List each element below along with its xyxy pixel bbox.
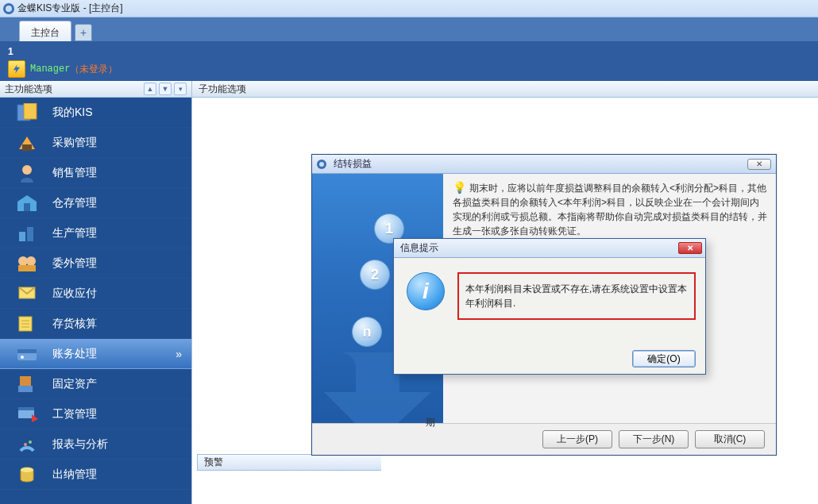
svg-point-24: [21, 467, 33, 472]
svg-point-3: [22, 165, 32, 175]
wizard-close-button[interactable]: ✕: [747, 159, 771, 170]
svg-rect-1: [24, 103, 37, 119]
prev-step-button[interactable]: 上一步(P): [542, 430, 612, 448]
menu-icon: [14, 313, 40, 335]
menu-icon: [14, 102, 40, 124]
svg-point-17: [21, 356, 24, 359]
warn-label: 预警: [204, 456, 223, 469]
menu-icon: [14, 343, 40, 365]
menu-label: 委外管理: [52, 256, 97, 271]
menu-label: 采购管理: [52, 136, 97, 150]
message-text: 本年利润科目未设置或不存在,请在系统设置中设置本年利润科目.: [457, 272, 696, 320]
menu-label: 仓存管理: [52, 196, 97, 210]
menu-icon: [14, 132, 40, 154]
menu-label: 报表与分析: [52, 437, 108, 452]
menu-label: 应收应付: [52, 287, 97, 301]
panel-up-icon[interactable]: ▲: [144, 83, 156, 95]
tab-strip: 主控台 +: [0, 17, 818, 41]
menu-label: 出纳管理: [52, 467, 97, 482]
sidebar-item-4[interactable]: 生产管理: [0, 218, 191, 248]
warn-panel-header: 预警: [197, 454, 381, 471]
cancel-button[interactable]: 取消(C): [695, 430, 765, 448]
side-panel-header: 主功能选项 ▲ ▼ ▾: [0, 81, 191, 98]
message-title: 信息提示: [400, 241, 438, 255]
menu-icon: [14, 373, 40, 395]
sidebar-item-2[interactable]: 销售管理: [0, 158, 191, 188]
wizard-hint-text: 💡期末时，应将以前年度损益调整科目的余额转入<利润分配>科目，其他各损益类科目的…: [453, 180, 768, 238]
wizard-titlebar[interactable]: 结转损益 ✕: [312, 155, 776, 174]
menu-icon: [14, 464, 40, 486]
menu-label: 销售管理: [52, 166, 97, 180]
menu-label: 存货核算: [52, 317, 97, 331]
svg-rect-9: [18, 265, 36, 271]
app-title: 金蝶KIS专业版 - [主控台]: [17, 2, 123, 15]
side-header-label: 主功能选项: [5, 83, 52, 96]
session-index: 1: [8, 46, 810, 57]
menu-icon: [14, 192, 40, 214]
ok-button[interactable]: 确定(O): [632, 350, 696, 367]
wizard-gear-icon: [317, 160, 326, 169]
sidebar-item-1[interactable]: 采购管理: [0, 128, 191, 158]
message-close-button[interactable]: ✕: [678, 242, 702, 254]
panel-collapse-icon[interactable]: ▾: [174, 83, 187, 95]
sidebar-item-8[interactable]: 账务处理»: [0, 339, 191, 369]
sidebar-item-11[interactable]: 报表与分析: [0, 429, 191, 460]
sidebar-item-5[interactable]: 委外管理: [0, 248, 191, 279]
sidebar-item-0[interactable]: 我的KIS: [0, 98, 191, 128]
user-bar: 1 Manager （未登录）: [0, 41, 818, 81]
subpanel-label: 子功能选项: [199, 83, 246, 96]
sidebar-item-12[interactable]: 出纳管理: [0, 460, 191, 490]
app-titlebar: 金蝶KIS专业版 - [主控台]: [0, 0, 818, 17]
subpanel-header: 子功能选项: [192, 81, 818, 98]
app-gear-icon: [3, 3, 14, 14]
wizard-title: 结转损益: [334, 157, 372, 171]
svg-rect-5: [19, 232, 25, 241]
bulb-icon: 💡: [453, 181, 466, 194]
menu-icon: [14, 222, 40, 244]
message-titlebar[interactable]: 信息提示 ✕: [394, 239, 705, 258]
tab-main-console[interactable]: 主控台: [19, 21, 71, 41]
menu-icon: [14, 433, 40, 456]
svg-rect-2: [22, 144, 32, 151]
user-status: （未登录）: [70, 63, 118, 76]
svg-point-23: [29, 441, 32, 444]
svg-point-22: [24, 443, 27, 446]
panel-down-icon[interactable]: ▼: [159, 83, 172, 95]
sidebar-item-7[interactable]: 存货核算: [0, 309, 191, 339]
tab-label: 主控台: [31, 26, 60, 40]
sidebar-item-6[interactable]: 应收应付: [0, 279, 191, 309]
period-label: 期: [426, 416, 435, 429]
menu-label: 生产管理: [52, 226, 97, 240]
sidebar-item-9[interactable]: 固定资产: [0, 369, 191, 399]
svg-rect-6: [27, 227, 33, 241]
side-menu: 我的KIS采购管理销售管理仓存管理生产管理委外管理应收应付存货核算账务处理»固定…: [0, 98, 191, 504]
step-2-icon: 2: [360, 260, 390, 290]
svg-rect-19: [18, 386, 33, 392]
menu-label: 工资管理: [52, 407, 97, 421]
menu-icon: [14, 162, 40, 184]
wizard-footer: 上一步(P) 下一步(N) 取消(C): [312, 423, 776, 455]
menu-icon: [14, 252, 40, 275]
side-panel: 主功能选项 ▲ ▼ ▾ 我的KIS采购管理销售管理仓存管理生产管理委外管理应收应…: [0, 81, 192, 504]
tab-add-button[interactable]: +: [75, 24, 92, 41]
next-step-button[interactable]: 下一步(N): [619, 430, 689, 448]
svg-point-8: [26, 256, 36, 266]
bolt-icon: [8, 60, 25, 78]
menu-icon: [14, 403, 40, 425]
chevron-right-icon: »: [176, 348, 180, 360]
svg-rect-16: [17, 349, 37, 353]
user-name: Manager: [30, 63, 70, 75]
step-n-icon: n: [352, 317, 382, 347]
menu-label: 我的KIS: [52, 106, 93, 120]
message-dialog: 信息提示 ✕ i 本年利润科目未设置或不存在,请在系统设置中设置本年利润科目. …: [393, 238, 706, 375]
svg-rect-21: [18, 407, 34, 410]
info-icon: i: [407, 272, 445, 310]
sidebar-item-3[interactable]: 仓存管理: [0, 188, 191, 218]
svg-rect-18: [20, 376, 31, 387]
menu-label: 账务处理: [52, 347, 97, 361]
menu-icon: [14, 283, 40, 305]
menu-label: 固定资产: [52, 377, 97, 391]
svg-rect-4: [24, 203, 30, 211]
sidebar-item-10[interactable]: 工资管理: [0, 399, 191, 429]
